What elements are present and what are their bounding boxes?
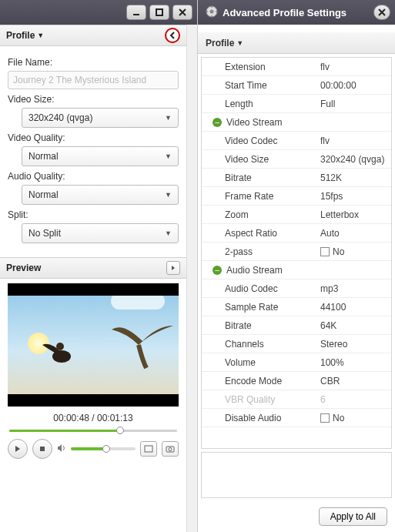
profile-section-header[interactable]: Profile▼: [0, 25, 186, 46]
chevron-down-icon: ▼: [165, 191, 172, 199]
settings-value[interactable]: 320x240 (qvga): [317, 154, 391, 165]
svg-rect-1: [156, 9, 162, 15]
settings-value[interactable]: flv: [317, 136, 391, 146]
fullscreen-button[interactable]: [140, 441, 157, 457]
settings-value[interactable]: 6: [317, 394, 391, 405]
collapse-icon: –: [213, 118, 222, 127]
video-quality-label: Video Quality:: [8, 132, 179, 143]
close-window-button[interactable]: [172, 5, 192, 20]
settings-value[interactable]: 44100: [317, 302, 391, 313]
file-name-label: File Name:: [8, 57, 179, 68]
minimize-button[interactable]: [126, 5, 146, 20]
split-dropdown[interactable]: No Split▼: [22, 223, 179, 243]
settings-row[interactable]: ZoomLetterbox: [202, 206, 391, 224]
apply-to-all-button[interactable]: Apply to All: [319, 507, 387, 526]
settings-value[interactable]: 15fps: [317, 191, 391, 202]
settings-value[interactable]: No: [317, 413, 391, 423]
svg-point-3: [56, 343, 64, 350]
settings-key: Length: [202, 99, 317, 109]
settings-key: Extension: [202, 62, 317, 72]
settings-row[interactable]: Volume100%: [202, 353, 391, 372]
seek-slider[interactable]: [9, 427, 177, 434]
snapshot-button[interactable]: [162, 441, 179, 457]
settings-value[interactable]: 100%: [317, 357, 391, 368]
checkbox[interactable]: [320, 413, 330, 423]
svg-point-9: [210, 9, 214, 13]
collapse-icon: –: [213, 266, 222, 275]
close-panel-button[interactable]: [373, 5, 390, 20]
settings-key: Channels: [202, 339, 317, 350]
collapse-profile-button[interactable]: [165, 28, 180, 43]
settings-key: Sample Rate: [202, 302, 317, 313]
settings-value[interactable]: 00:00:00: [317, 80, 391, 91]
volume-slider[interactable]: [71, 447, 136, 450]
maximize-button[interactable]: [149, 5, 169, 20]
chevron-down-icon: ▼: [236, 39, 243, 47]
group-label: Video Stream: [226, 117, 283, 128]
settings-row[interactable]: VBR Quality6: [202, 390, 391, 409]
svg-rect-4: [40, 447, 45, 451]
settings-key: Encode Mode: [202, 376, 317, 386]
chevron-down-icon: ▼: [165, 152, 172, 160]
settings-row[interactable]: Disable Audio No: [202, 409, 391, 427]
settings-key: Video Size: [202, 154, 317, 165]
settings-value[interactable]: Full: [317, 99, 391, 109]
right-profile-header[interactable]: Profile▼: [198, 32, 395, 54]
settings-row[interactable]: 2-pass No: [202, 243, 391, 261]
settings-row[interactable]: ChannelsStereo: [202, 335, 391, 353]
preview-header-label: Preview: [6, 263, 41, 273]
settings-table: ExtensionflvStart Time00:00:00LengthFull…: [201, 57, 392, 449]
settings-row[interactable]: Frame Rate15fps: [202, 187, 391, 206]
settings-key: Aspect Ratio: [202, 228, 317, 239]
settings-row[interactable]: Sample Rate44100: [202, 298, 391, 316]
file-name-field[interactable]: [8, 71, 179, 89]
settings-row[interactable]: LengthFull: [202, 95, 391, 113]
settings-row[interactable]: Video Codecflv: [202, 132, 391, 150]
settings-value[interactable]: CBR: [317, 376, 391, 386]
chevron-down-icon: ▼: [165, 229, 172, 237]
settings-key: VBR Quality: [202, 394, 317, 405]
left-scrollbar[interactable]: [186, 25, 197, 532]
settings-group-header[interactable]: –Audio Stream: [202, 261, 391, 279]
settings-value[interactable]: Stereo: [317, 339, 391, 350]
settings-value[interactable]: mp3: [317, 283, 391, 294]
group-label: Audio Stream: [226, 265, 283, 276]
settings-row[interactable]: Extensionflv: [202, 58, 391, 76]
profile-header-label: Profile: [6, 30, 35, 41]
settings-group-header[interactable]: –Video Stream: [202, 113, 391, 132]
video-quality-dropdown[interactable]: Normal▼: [22, 146, 179, 166]
svg-point-7: [169, 448, 172, 451]
settings-row[interactable]: Video Size320x240 (qvga): [202, 150, 391, 169]
settings-value[interactable]: Letterbox: [317, 209, 391, 220]
settings-row[interactable]: Encode ModeCBR: [202, 372, 391, 390]
preview-section-header: Preview: [0, 257, 186, 279]
settings-row[interactable]: Aspect RatioAuto: [202, 224, 391, 243]
video-size-dropdown[interactable]: 320x240 (qvga)▼: [22, 108, 179, 128]
settings-row[interactable]: Bitrate512K: [202, 169, 391, 187]
settings-value[interactable]: flv: [317, 62, 391, 72]
settings-value[interactable]: 512K: [317, 172, 391, 183]
audio-quality-dropdown[interactable]: Normal▼: [22, 185, 179, 205]
svg-rect-5: [145, 446, 152, 452]
settings-value[interactable]: 64K: [317, 320, 391, 331]
settings-key: 2-pass: [202, 246, 317, 257]
chevron-down-icon: ▼: [37, 32, 44, 39]
settings-key: Video Codec: [202, 136, 317, 146]
split-label: Split:: [8, 209, 179, 220]
settings-key: Frame Rate: [202, 191, 317, 202]
volume-icon[interactable]: [57, 443, 68, 455]
settings-row[interactable]: Start Time00:00:00: [202, 76, 391, 95]
settings-key: Volume: [202, 357, 317, 368]
settings-row[interactable]: Audio Codecmp3: [202, 279, 391, 298]
settings-value[interactable]: Auto: [317, 228, 391, 239]
settings-key: Disable Audio: [202, 413, 317, 423]
settings-row[interactable]: Bitrate64K: [202, 316, 391, 335]
play-button[interactable]: [8, 439, 28, 459]
settings-key: Audio Codec: [202, 283, 317, 294]
preview-expand-button[interactable]: [166, 261, 180, 275]
right-window-titlebar: Advanced Profile Settings: [198, 0, 395, 25]
checkbox[interactable]: [320, 247, 330, 256]
stop-button[interactable]: [32, 439, 52, 459]
preview-video-area[interactable]: [8, 283, 179, 407]
settings-value[interactable]: No: [317, 246, 391, 257]
